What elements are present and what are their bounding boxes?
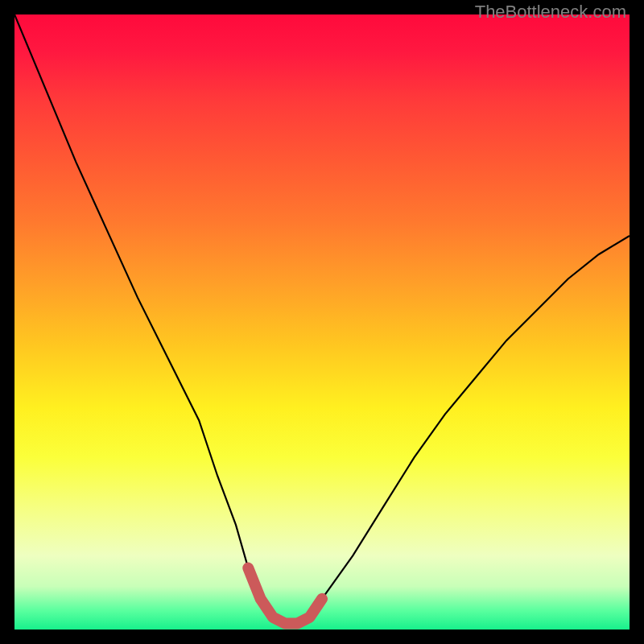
curve-svg <box>14 14 630 630</box>
plot-area <box>14 14 630 630</box>
bottleneck-curve-path <box>14 14 630 623</box>
watermark-text: TheBottleneck.com <box>475 2 626 23</box>
chart-frame: TheBottleneck.com <box>0 0 644 644</box>
flat-bottom-highlight-path <box>248 568 322 624</box>
